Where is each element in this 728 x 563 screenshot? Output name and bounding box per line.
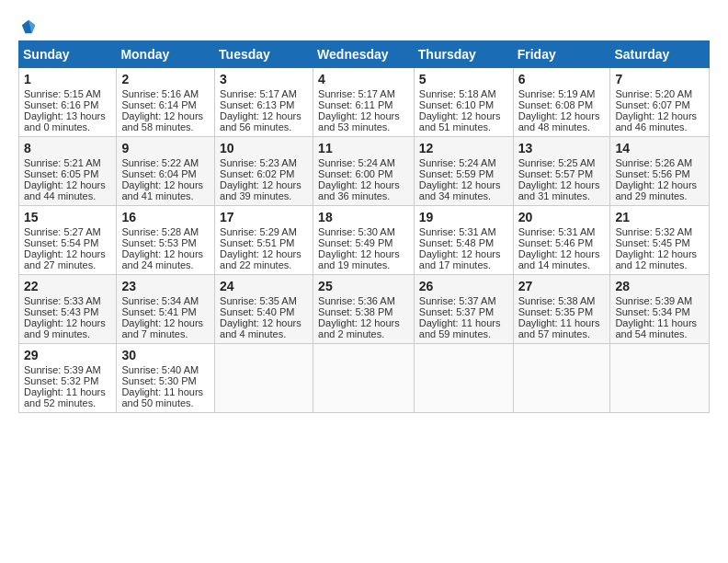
sunrise-text: Sunrise: 5:29 AM	[220, 226, 297, 237]
sunrise-text: Sunrise: 5:25 AM	[518, 157, 596, 168]
sunrise-text: Sunrise: 5:17 AM	[318, 88, 395, 99]
day-number: 14	[615, 141, 704, 155]
calendar-cell-12: 12Sunrise: 5:24 AMSunset: 5:59 PMDayligh…	[414, 137, 513, 206]
day-number: 26	[419, 279, 508, 293]
day-number: 19	[419, 210, 508, 224]
calendar-cell-15: 15Sunrise: 5:27 AMSunset: 5:54 PMDayligh…	[19, 206, 117, 275]
sunrise-text: Sunrise: 5:20 AM	[615, 88, 692, 99]
sunset-text: Sunset: 6:05 PM	[24, 168, 98, 179]
day-number: 12	[419, 141, 508, 155]
calendar-cell-26: 26Sunrise: 5:37 AMSunset: 5:37 PMDayligh…	[414, 275, 513, 344]
calendar-cell-8: 8Sunrise: 5:21 AMSunset: 6:05 PMDaylight…	[19, 137, 117, 206]
calendar-cell-3: 3Sunrise: 5:17 AMSunset: 6:13 PMDaylight…	[215, 68, 313, 137]
calendar-cell-19: 19Sunrise: 5:31 AMSunset: 5:48 PMDayligh…	[414, 206, 513, 275]
sunset-text: Sunset: 5:46 PM	[518, 237, 593, 248]
sunset-text: Sunset: 6:11 PM	[318, 99, 392, 110]
calendar-cell-20: 20Sunrise: 5:31 AMSunset: 5:46 PMDayligh…	[513, 206, 610, 275]
sunrise-text: Sunrise: 5:27 AM	[24, 226, 101, 237]
calendar-cell-24: 24Sunrise: 5:35 AMSunset: 5:40 PMDayligh…	[215, 275, 313, 344]
sunrise-text: Sunrise: 5:18 AM	[419, 88, 496, 99]
sunset-text: Sunset: 5:51 PM	[220, 237, 294, 248]
day-number: 28	[615, 279, 704, 293]
calendar-week-1: 8Sunrise: 5:21 AMSunset: 6:05 PMDaylight…	[19, 137, 710, 206]
calendar-cell-6: 6Sunrise: 5:19 AMSunset: 6:08 PMDaylight…	[513, 68, 610, 137]
calendar-cell-4: 4Sunrise: 5:17 AMSunset: 6:11 PMDaylight…	[313, 68, 415, 137]
calendar-week-2: 15Sunrise: 5:27 AMSunset: 5:54 PMDayligh…	[19, 206, 710, 275]
logo-icon	[20, 18, 37, 35]
daylight-text: Daylight: 12 hours and 2 minutes.	[318, 317, 400, 339]
calendar-cell-10: 10Sunrise: 5:23 AMSunset: 6:02 PMDayligh…	[215, 137, 313, 206]
sunrise-text: Sunrise: 5:34 AM	[121, 295, 199, 306]
day-number: 2	[121, 72, 210, 86]
daylight-text: Daylight: 13 hours and 0 minutes.	[24, 110, 106, 132]
sunrise-text: Sunrise: 5:17 AM	[220, 88, 297, 99]
daylight-text: Daylight: 12 hours and 46 minutes.	[615, 110, 697, 132]
daylight-text: Daylight: 12 hours and 29 minutes.	[615, 179, 697, 201]
daylight-text: Daylight: 12 hours and 4 minutes.	[220, 317, 301, 339]
sunset-text: Sunset: 5:54 PM	[24, 237, 98, 248]
day-number: 23	[121, 279, 210, 293]
day-number: 16	[121, 210, 210, 224]
col-header-thursday: Thursday	[414, 41, 513, 68]
daylight-text: Daylight: 11 hours and 52 minutes.	[24, 386, 106, 408]
sunrise-text: Sunrise: 5:31 AM	[518, 226, 596, 237]
sunrise-text: Sunrise: 5:37 AM	[419, 295, 496, 306]
day-number: 1	[24, 72, 111, 86]
calendar-cell-2: 2Sunrise: 5:16 AMSunset: 6:14 PMDaylight…	[117, 68, 215, 137]
daylight-text: Daylight: 11 hours and 57 minutes.	[518, 317, 600, 339]
day-number: 17	[220, 210, 308, 224]
sunrise-text: Sunrise: 5:26 AM	[615, 157, 692, 168]
daylight-text: Daylight: 12 hours and 34 minutes.	[419, 179, 501, 201]
sunset-text: Sunset: 5:59 PM	[419, 168, 494, 179]
sunrise-text: Sunrise: 5:40 AM	[121, 364, 199, 375]
daylight-text: Daylight: 12 hours and 36 minutes.	[318, 179, 400, 201]
sunrise-text: Sunrise: 5:38 AM	[518, 295, 596, 306]
sunrise-text: Sunrise: 5:39 AM	[615, 295, 692, 306]
calendar-cell-28: 28Sunrise: 5:39 AMSunset: 5:34 PMDayligh…	[610, 275, 710, 344]
calendar-cell-18: 18Sunrise: 5:30 AMSunset: 5:49 PMDayligh…	[313, 206, 415, 275]
daylight-text: Daylight: 12 hours and 7 minutes.	[121, 317, 203, 339]
calendar-cell-29: 29Sunrise: 5:39 AMSunset: 5:32 PMDayligh…	[19, 344, 117, 413]
day-number: 21	[615, 210, 704, 224]
sunset-text: Sunset: 6:08 PM	[518, 99, 593, 110]
day-number: 10	[220, 141, 308, 155]
sunset-text: Sunset: 5:43 PM	[24, 306, 98, 317]
sunrise-text: Sunrise: 5:39 AM	[24, 364, 101, 375]
day-number: 3	[220, 72, 308, 86]
daylight-text: Daylight: 12 hours and 51 minutes.	[419, 110, 501, 132]
sunrise-text: Sunrise: 5:19 AM	[518, 88, 596, 99]
sunrise-text: Sunrise: 5:15 AM	[24, 88, 101, 99]
sunset-text: Sunset: 6:00 PM	[318, 168, 392, 179]
sunrise-text: Sunrise: 5:16 AM	[121, 88, 199, 99]
day-number: 5	[419, 72, 508, 86]
sunset-text: Sunset: 6:13 PM	[220, 99, 294, 110]
daylight-text: Daylight: 12 hours and 44 minutes.	[24, 179, 106, 201]
sunset-text: Sunset: 5:56 PM	[615, 168, 689, 179]
day-number: 11	[318, 141, 409, 155]
daylight-text: Daylight: 12 hours and 24 minutes.	[121, 248, 203, 270]
sunset-text: Sunset: 6:02 PM	[220, 168, 294, 179]
day-number: 29	[24, 348, 111, 362]
daylight-text: Daylight: 12 hours and 19 minutes.	[318, 248, 400, 270]
day-number: 24	[220, 279, 308, 293]
sunrise-text: Sunrise: 5:28 AM	[121, 226, 199, 237]
day-number: 9	[121, 141, 210, 155]
day-number: 6	[518, 72, 606, 86]
col-header-friday: Friday	[513, 41, 610, 68]
sunrise-text: Sunrise: 5:22 AM	[121, 157, 199, 168]
calendar-cell-1: 1Sunrise: 5:15 AMSunset: 6:16 PMDaylight…	[19, 68, 117, 137]
col-header-sunday: Sunday	[19, 41, 117, 68]
daylight-text: Daylight: 11 hours and 50 minutes.	[121, 386, 203, 408]
sunset-text: Sunset: 6:10 PM	[419, 99, 494, 110]
sunset-text: Sunset: 6:04 PM	[121, 168, 196, 179]
sunset-text: Sunset: 5:41 PM	[121, 306, 196, 317]
sunset-text: Sunset: 5:38 PM	[318, 306, 392, 317]
calendar-cell-25: 25Sunrise: 5:36 AMSunset: 5:38 PMDayligh…	[313, 275, 415, 344]
daylight-text: Daylight: 12 hours and 48 minutes.	[518, 110, 600, 132]
daylight-text: Daylight: 12 hours and 27 minutes.	[24, 248, 106, 270]
day-number: 22	[24, 279, 111, 293]
sunrise-text: Sunrise: 5:24 AM	[419, 157, 496, 168]
sunrise-text: Sunrise: 5:23 AM	[220, 157, 297, 168]
sunrise-text: Sunrise: 5:30 AM	[318, 226, 395, 237]
sunset-text: Sunset: 5:34 PM	[615, 306, 689, 317]
